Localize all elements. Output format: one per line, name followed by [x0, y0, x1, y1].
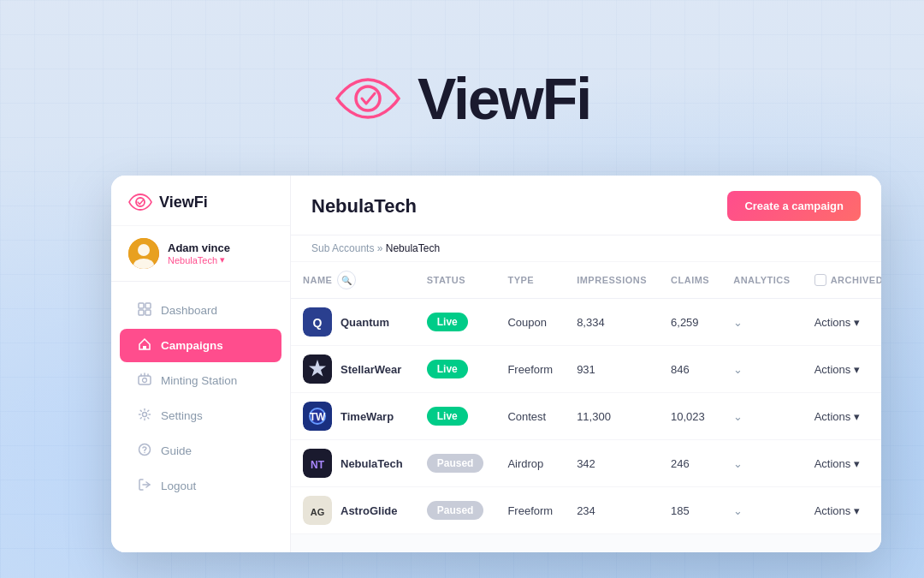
sidebar-item-campaigns[interactable]: Campaigns	[120, 329, 281, 362]
cell-actions-5[interactable]: Actions ▾	[803, 487, 881, 534]
brand-area: ViewFi	[0, 0, 924, 197]
col-impressions: IMPRESSIONS	[565, 262, 659, 299]
actions-button-4[interactable]: Actions ▾	[814, 457, 881, 470]
sidebar-item-label-settings: Settings	[161, 409, 203, 422]
status-badge-2: Live	[427, 360, 468, 378]
sidebar-item-minting-station[interactable]: Minting Station	[120, 364, 281, 397]
cell-analytics-3[interactable]: ⌄	[721, 393, 802, 440]
cell-impressions-1: 8,334	[565, 299, 659, 346]
svg-text:AG: AG	[311, 507, 325, 517]
sidebar-item-guide[interactable]: Guide	[120, 434, 281, 468]
campaigns-table-container: NAME 🔍 STATUS TYPE IMPRESSIONS CLAIMS AN…	[291, 262, 881, 552]
cell-actions-1[interactable]: Actions ▾	[803, 299, 881, 346]
svg-rect-10	[139, 376, 151, 384]
sidebar-item-label-minting: Minting Station	[161, 374, 237, 387]
analytics-chevron-3[interactable]: ⌄	[733, 410, 743, 423]
table-row: AG AstroGlide Paused Freeform 234 185 ⌄ …	[291, 487, 881, 534]
cell-analytics-4[interactable]: ⌄	[721, 440, 802, 487]
cell-impressions-2: 931	[565, 346, 659, 393]
chevron-down-icon: ▾	[220, 254, 225, 265]
create-campaign-button[interactable]: Create a campaign	[727, 191, 861, 221]
analytics-chevron-1[interactable]: ⌄	[733, 316, 743, 329]
cell-actions-2[interactable]: Actions ▾	[803, 346, 881, 393]
user-profile[interactable]: Adam vince NebulaTech ▾	[111, 226, 290, 282]
cell-claims-4: 246	[659, 440, 721, 487]
actions-chevron-2: ▾	[854, 363, 860, 376]
brand-name: ViewFi	[418, 65, 590, 132]
campaign-avatar-1: Q	[303, 307, 332, 337]
col-type: TYPE	[495, 262, 565, 299]
cell-analytics-1[interactable]: ⌄	[721, 299, 802, 346]
campaign-avatar-4: NT	[303, 449, 332, 478]
app-window: ViewFi Adam vince NebulaTech ▾	[111, 176, 881, 552]
cell-analytics-2[interactable]: ⌄	[721, 346, 802, 393]
cell-status-4: Paused	[415, 440, 496, 487]
cell-type-1: Coupon	[495, 299, 565, 346]
cell-actions-4[interactable]: Actions ▾	[803, 440, 881, 487]
cell-name-1: Q Quantum	[291, 299, 415, 346]
svg-point-11	[143, 378, 147, 383]
sidebar-logo-icon	[128, 193, 152, 212]
cell-type-2: Freeform	[495, 346, 565, 393]
analytics-chevron-2[interactable]: ⌄	[733, 363, 743, 376]
campaign-name-4: NebulaTech	[341, 457, 403, 470]
table-row: Q Quantum Live Coupon 8,334 6,259 ⌄ Acti…	[291, 299, 881, 346]
sidebar-item-logout[interactable]: Logout	[120, 469, 281, 503]
main-header: NebulaTech Create a campaign	[291, 176, 881, 235]
sidebar: ViewFi Adam vince NebulaTech ▾	[111, 176, 291, 552]
cell-impressions-4: 342	[565, 440, 659, 487]
actions-button-3[interactable]: Actions ▾	[814, 410, 881, 423]
table-row: NT NebulaTech Paused Airdrop 342 246 ⌄ A…	[291, 440, 881, 487]
analytics-chevron-4[interactable]: ⌄	[733, 457, 743, 470]
breadcrumb-current: NebulaTech	[386, 242, 440, 254]
cell-status-5: Paused	[415, 487, 496, 534]
cell-type-4: Airdrop	[495, 440, 565, 487]
sidebar-logo: ViewFi	[111, 176, 290, 226]
cell-actions-3[interactable]: Actions ▾	[803, 393, 881, 440]
page-title: NebulaTech	[311, 195, 417, 217]
settings-icon	[137, 408, 152, 424]
user-name: Adam vince	[168, 241, 273, 254]
cell-claims-3: 10,023	[659, 393, 721, 440]
cell-name-3: TW TimeWarp	[291, 393, 415, 440]
main-content: NebulaTech Create a campaign Sub Account…	[291, 176, 881, 552]
actions-chevron-1: ▾	[854, 316, 860, 329]
cell-claims-5: 185	[659, 487, 721, 534]
cell-impressions-5: 234	[565, 487, 659, 534]
actions-chevron-5: ▾	[854, 504, 860, 517]
actions-button-5[interactable]: Actions ▾	[814, 504, 881, 517]
col-claims: CLAIMS	[659, 262, 721, 299]
actions-chevron-4: ▾	[854, 457, 860, 470]
campaign-avatar-5: AG	[303, 496, 332, 525]
table-body: Q Quantum Live Coupon 8,334 6,259 ⌄ Acti…	[291, 299, 881, 534]
table-row: TW TimeWarp Live Contest 11,300 10,023 ⌄…	[291, 393, 881, 440]
archive-checkbox[interactable]	[814, 274, 826, 286]
cell-status-1: Live	[415, 299, 496, 346]
dashboard-icon	[137, 302, 152, 319]
sidebar-item-settings[interactable]: Settings	[120, 399, 281, 432]
cell-impressions-3: 11,300	[565, 393, 659, 440]
svg-rect-8	[145, 310, 151, 315]
guide-icon	[137, 443, 152, 459]
name-search-icon[interactable]: 🔍	[337, 271, 356, 289]
sidebar-item-label-dashboard: Dashboard	[161, 304, 217, 317]
breadcrumb-parent: Sub Accounts	[311, 242, 374, 254]
brand-icon	[334, 73, 402, 124]
cell-analytics-5[interactable]: ⌄	[721, 487, 802, 534]
svg-text:NT: NT	[311, 459, 325, 471]
user-account: NebulaTech ▾	[168, 254, 273, 265]
actions-chevron-3: ▾	[854, 410, 860, 423]
logout-icon	[137, 478, 152, 494]
breadcrumb-separator: »	[377, 242, 386, 254]
actions-button-1[interactable]: Actions ▾	[814, 316, 881, 329]
sidebar-item-dashboard[interactable]: Dashboard	[120, 294, 281, 327]
actions-button-2[interactable]: Actions ▾	[814, 363, 881, 376]
svg-rect-5	[139, 303, 144, 308]
svg-text:TW: TW	[310, 411, 326, 423]
svg-point-14	[144, 452, 145, 454]
brand-logo: ViewFi	[334, 65, 590, 132]
cell-claims-1: 6,259	[659, 299, 721, 346]
cell-claims-2: 846	[659, 346, 721, 393]
user-info: Adam vince NebulaTech ▾	[168, 241, 273, 265]
analytics-chevron-5[interactable]: ⌄	[733, 504, 743, 517]
